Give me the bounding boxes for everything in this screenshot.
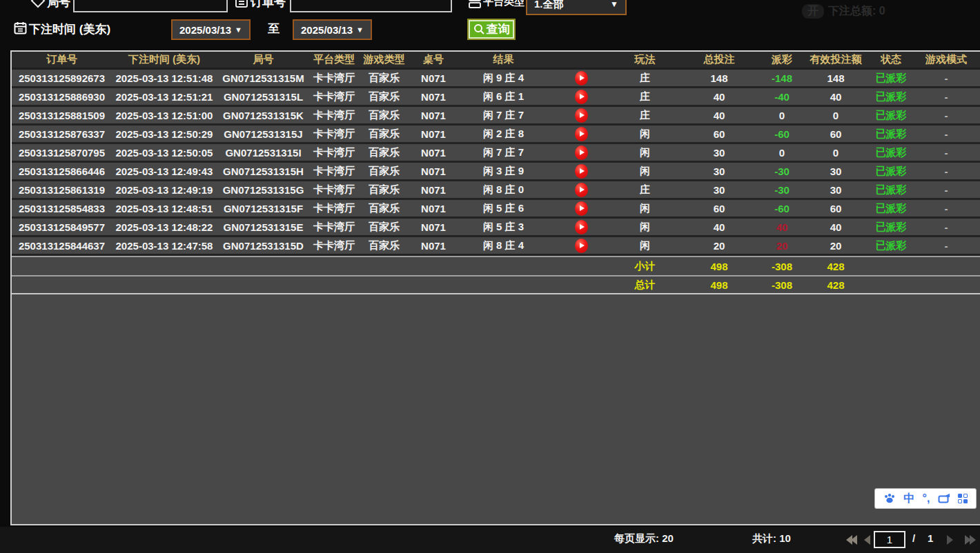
diamond-icon (30, 0, 46, 8)
table-row: 2503131258926732025-03-13 12:51:48GN0712… (12, 70, 980, 88)
cell-status: 已派彩 (868, 109, 914, 122)
cell-game-type: 百家乐 (358, 146, 410, 159)
last-page-icon[interactable] (970, 535, 976, 545)
cell-play-type: 闲 (612, 221, 678, 234)
order-no-input[interactable] (290, 0, 452, 12)
play-button[interactable] (550, 220, 612, 234)
play-button[interactable] (550, 71, 612, 86)
date-from-picker[interactable]: 2025/03/13 ▼ (171, 19, 251, 40)
play-video-icon[interactable] (575, 71, 588, 86)
query-button[interactable]: 查询 (467, 19, 516, 40)
col-header-play-type: 玩法 (612, 53, 678, 66)
cell-play-type: 闲 (612, 146, 678, 159)
cell-table-no: N071 (410, 91, 457, 103)
cell-valid-bet: 60 (803, 128, 868, 140)
cell-order-no: 250313125881509 (12, 110, 112, 121)
cell-bet-time: 2025-03-13 12:48:51 (112, 203, 217, 214)
cell-play-type: 庄 (612, 72, 678, 85)
cell-result: 闲 7 庄 7 (457, 109, 550, 122)
play-button[interactable] (550, 90, 612, 104)
results-panel: 订单号 下注时间 (美东) 局号 平台类型 游戏类型 桌号 结果 玩法 总投注 … (10, 50, 980, 525)
cell-total-bet: 40 (678, 221, 761, 233)
play-video-icon[interactable] (575, 220, 588, 234)
col-header-mode: 游戏模式 (914, 53, 979, 66)
cell-payout: -30 (761, 165, 803, 177)
subtotal-row: 小计498-308428 (12, 256, 980, 275)
play-button[interactable] (550, 183, 612, 197)
cell-round-no: GN0712531315D (217, 240, 310, 252)
cell-valid-bet: 0 (803, 147, 868, 159)
play-button[interactable] (550, 145, 612, 160)
ime-toolbar[interactable]: 中 °, (874, 488, 977, 509)
col-header-valid: 有效投注额 (803, 53, 868, 66)
next-page-icon[interactable] (947, 535, 953, 545)
cell-payout: -148 (761, 72, 803, 84)
pagination-bar: 每页显示: 20 共计: 10 / 1 (0, 527, 980, 553)
cell-table-no: N071 (410, 72, 457, 84)
round-no-input[interactable] (73, 0, 228, 12)
cell-game-mode: - (914, 128, 979, 140)
play-button[interactable] (550, 239, 612, 253)
cell-payout: 20 (761, 240, 803, 252)
cell-total-bet: 30 (678, 165, 761, 177)
total-row: 总计498-308428 (12, 275, 980, 294)
cell-bet-time: 2025-03-13 12:51:48 (112, 72, 217, 84)
cell-platform-type: 卡卡湾厅 (310, 109, 358, 122)
total-payout: -308 (761, 279, 803, 291)
first-page-icon[interactable] (851, 535, 857, 545)
play-video-icon[interactable] (575, 239, 588, 253)
cell-payout: 40 (761, 221, 803, 233)
cell-status: 已派彩 (868, 72, 914, 85)
cell-round-no: GN0712531315I (217, 147, 310, 159)
cell-play-type: 庄 (612, 109, 678, 122)
play-button[interactable] (550, 164, 612, 179)
table-row: 2503131258664462025-03-13 12:49:43GN0712… (12, 163, 980, 181)
cell-valid-bet: 148 (803, 72, 868, 84)
play-video-icon[interactable] (575, 164, 588, 179)
play-button[interactable] (550, 127, 612, 141)
play-video-icon[interactable] (575, 90, 588, 104)
query-button-label: 查询 (487, 21, 510, 37)
grid-menu-icon[interactable] (958, 494, 968, 503)
col-header-round: 局号 (217, 53, 310, 66)
date-to-picker[interactable]: 2025/03/13 ▼ (293, 19, 372, 40)
table-row: 2503131258763372025-03-13 12:50:29GN0712… (12, 125, 980, 144)
prev-page-icon[interactable] (864, 535, 870, 545)
cell-table-no: N071 (410, 165, 457, 177)
cell-valid-bet: 0 (803, 110, 868, 121)
cell-table-no: N071 (410, 221, 457, 233)
cell-bet-time: 2025-03-13 12:48:22 (112, 221, 217, 233)
platform-type-select[interactable]: 1.全部 ▼ (526, 0, 627, 15)
filter-bar: 局号 订单号 平台类型 1.全部 ▼ 开 下注总额: 0 下注时间 (美东) 2… (0, 0, 980, 50)
table-body: 2503131258926732025-03-13 12:51:48GN0712… (12, 70, 980, 294)
cell-play-type: 闲 (612, 165, 678, 178)
play-video-icon[interactable] (575, 127, 588, 141)
ime-punctuation-toggle[interactable]: °, (923, 492, 930, 505)
cell-order-no: 250313125844637 (12, 240, 112, 252)
cell-result: 闲 5 庄 3 (457, 221, 550, 234)
cell-result: 闲 8 庄 0 (457, 183, 550, 197)
table-row: 2503131258707952025-03-13 12:50:05GN0712… (12, 144, 980, 163)
cell-round-no: GN0712531315J (217, 128, 310, 140)
play-video-icon[interactable] (575, 108, 588, 123)
play-video-icon[interactable] (575, 183, 588, 197)
total-label: 总计 (612, 279, 678, 292)
play-video-icon[interactable] (575, 201, 588, 216)
play-button[interactable] (550, 201, 612, 216)
paw-icon[interactable] (883, 493, 896, 504)
cell-valid-bet: 40 (803, 91, 868, 103)
ime-mode-toggle[interactable]: 中 (903, 492, 914, 506)
keyboard-icon[interactable] (938, 494, 950, 504)
play-button[interactable] (550, 108, 612, 123)
table-row: 2503131258446372025-03-13 12:47:58GN0712… (12, 237, 980, 256)
cell-platform-type: 卡卡湾厅 (310, 165, 358, 178)
cell-total-bet: 30 (678, 147, 761, 159)
col-header-status: 状态 (868, 53, 914, 66)
play-video-icon[interactable] (575, 145, 588, 160)
page-number-input[interactable] (874, 531, 905, 548)
col-header-game: 游戏类型 (358, 53, 410, 66)
col-header-bet: 总投注 (678, 53, 761, 66)
cell-order-no: 250313125849577 (12, 221, 112, 233)
cell-round-no: GN0712531315E (217, 221, 310, 233)
cell-table-no: N071 (410, 203, 457, 214)
